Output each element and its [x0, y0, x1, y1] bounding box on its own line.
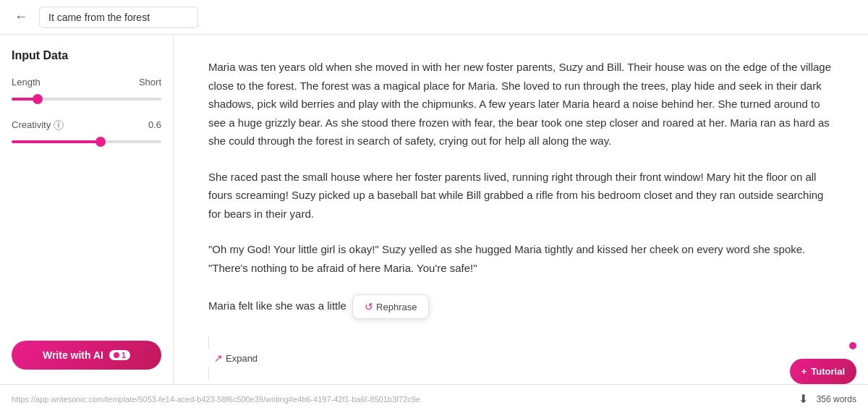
creativity-label: Creativity [12, 119, 51, 130]
expand-label: Expand [226, 353, 258, 364]
red-dot-indicator [849, 342, 856, 349]
creativity-value: 0.6 [148, 119, 161, 130]
rephrase-icon: ↺ [365, 301, 373, 312]
creativity-control: Creativity ℹ 0.6 [12, 119, 161, 148]
input-data-title: Input Data [12, 49, 161, 62]
content-area[interactable]: Maria was ten years old when she moved i… [174, 35, 868, 384]
rephrase-button[interactable]: ↺ Rephrase [359, 298, 422, 315]
creativity-info-icon[interactable]: ℹ [54, 120, 64, 130]
paragraph-1: Maria was ten years old when she moved i… [208, 58, 833, 150]
toolbar-divider-1 [208, 336, 209, 349]
length-value: Short [139, 77, 161, 88]
bottom-bar-url: https://app.writesonic.com/template/5053… [12, 395, 793, 404]
length-slider-container [12, 93, 161, 105]
paragraph-4: Maria felt like she was a little ↺ Rephr… [208, 294, 833, 319]
sidebar: Input Data Length Short Creativity ℹ 0.6 [0, 35, 174, 384]
length-control: Length Short [12, 77, 161, 105]
creativity-label-row: Creativity ℹ 0.6 [12, 119, 161, 130]
word-count: 356 words [817, 394, 856, 404]
write-btn-badge: 1 [109, 350, 130, 360]
back-icon: ← [14, 9, 27, 25]
creativity-label-group: Creativity ℹ [12, 119, 64, 130]
badge-count: 1 [122, 351, 126, 359]
tutorial-plus-icon: + [801, 366, 807, 377]
length-label: Length [12, 77, 41, 88]
length-label-row: Length Short [12, 77, 161, 88]
title-input[interactable] [39, 7, 198, 28]
paragraph-4-start: Maria felt like she was a little [208, 299, 346, 312]
length-slider[interactable] [12, 98, 161, 101]
main-layout: Input Data Length Short Creativity ℹ 0.6 [0, 35, 868, 384]
inline-toolbar: ↺ Rephrase [352, 294, 429, 319]
expand-button[interactable]: ↗ Expand [208, 349, 263, 367]
shorten-label: Shorten [226, 383, 259, 385]
tutorial-label: Tutorial [811, 366, 845, 377]
tutorial-button[interactable]: + Tutorial [790, 359, 856, 384]
bottom-bar-right: ⬇ 356 words [799, 392, 856, 406]
download-icon[interactable]: ⬇ [799, 392, 808, 406]
paragraph-2: She raced past the small house where her… [208, 168, 833, 223]
write-with-ai-button[interactable]: Write with AI 1 [12, 341, 161, 370]
bottom-bar: https://app.writesonic.com/template/5053… [0, 384, 868, 413]
shorten-icon: ↙ [214, 383, 223, 384]
shorten-button[interactable]: ↙ Shorten [208, 380, 265, 384]
rephrase-label: Rephrase [376, 302, 417, 312]
write-btn-label: Write with AI [43, 349, 103, 361]
toolbar-divider-2 [208, 367, 209, 380]
creativity-slider[interactable] [12, 140, 161, 143]
badge-dot [114, 352, 119, 358]
back-button[interactable]: ← [12, 7, 30, 27]
paragraph-3: "Oh my God! Your little girl is okay!" S… [208, 240, 833, 277]
creativity-slider-container [12, 136, 161, 148]
expand-icon: ↗ [214, 352, 223, 364]
top-bar: ← [0, 0, 868, 35]
